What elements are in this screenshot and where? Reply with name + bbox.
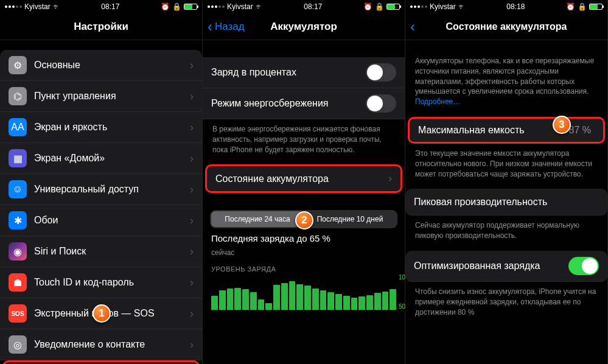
chart-bar (366, 295, 373, 310)
settings-display[interactable]: AAЭкран и яркость› (0, 112, 202, 143)
chart-bar (335, 294, 342, 310)
status-bar: Kyivstar ᯤ 08:17 ⏰ 🔒 (203, 0, 405, 13)
toggle-battery-percent[interactable] (366, 63, 396, 82)
last-charge-label: Последняя зарядка до 65 % (203, 228, 405, 248)
carrier-label: Kyivstar (227, 2, 253, 11)
carrier-label: Kyivstar (24, 2, 51, 11)
settings-battery[interactable]: ▬Аккумулятор› (2, 360, 200, 364)
chart-bar (211, 296, 218, 310)
settings-touchid[interactable]: ☗Touch ID и код-пароль› (0, 267, 202, 298)
row-label: Оптимизированная зарядка (414, 261, 568, 271)
back-button[interactable]: ‹ (410, 13, 415, 40)
step-badge-3: 3 (553, 116, 571, 134)
row-label: Пункт управления (34, 91, 190, 102)
lock-icon: 🔒 (172, 2, 181, 11)
chart-bar (258, 299, 265, 310)
settings-root-panel: Kyivstar ᯤ 08:17 ⏰ 🔒 Настройки ⚙Основные… (0, 0, 203, 364)
row-label: Обои (34, 215, 190, 226)
chart-bar (250, 292, 257, 310)
settings-siri[interactable]: ◉Siri и Поиск› (0, 236, 202, 267)
row-icon: ◉ (9, 242, 27, 261)
chart-bar (296, 284, 303, 310)
chevron-right-icon: › (190, 90, 194, 103)
carrier-label: Kyivstar (430, 2, 456, 11)
row-optimized-charging[interactable]: Оптимизированная зарядка (405, 251, 607, 282)
row-icon: ◎ (9, 335, 27, 354)
settings-accessibility[interactable]: ☺Универсальный доступ› (0, 174, 202, 205)
row-battery-percent[interactable]: Заряд в процентах (203, 57, 405, 88)
settings-wallpaper[interactable]: ✱Обои› (0, 205, 202, 236)
chevron-right-icon: › (190, 59, 194, 72)
battery-icon (386, 4, 400, 10)
row-icon: ✱ (9, 211, 27, 229)
signal-dots-icon (208, 5, 225, 8)
row-label: Максимальная емкость (418, 125, 569, 136)
row-label: Touch ID и код-пароль (34, 277, 190, 288)
row-label: Основные (34, 60, 190, 71)
row-low-power[interactable]: Режим энергосбережения (203, 88, 405, 119)
peak-footer: Сейчас аккумулятор поддерживает нормальн… (405, 215, 607, 251)
status-time: 08:18 (506, 2, 525, 11)
max-capacity-value: 87 % (569, 125, 591, 136)
chevron-right-icon: › (190, 307, 194, 320)
row-label: Заряд в процентах (211, 67, 366, 78)
segment-24h[interactable]: Последние 24 часа (211, 211, 304, 227)
status-time: 08:17 (101, 2, 119, 11)
chevron-right-icon: › (190, 245, 194, 258)
row-max-capacity[interactable]: Максимальная емкость 87 % (408, 117, 605, 144)
signal-dots-icon (410, 5, 427, 8)
toggle-optimized-charging[interactable] (568, 257, 599, 275)
chart-bar (327, 292, 334, 310)
segment-10d[interactable]: Последние 10 дней (304, 211, 396, 227)
chevron-left-icon: ‹ (410, 19, 415, 34)
wifi-icon: ᯤ (256, 2, 263, 11)
row-peak-performance[interactable]: Пиковая производительность (405, 189, 607, 215)
chart-bar (219, 290, 226, 310)
row-label: Экран и яркость (34, 122, 190, 133)
lock-icon: 🔒 (375, 2, 384, 11)
row-label: Экстренный вызов — SOS (34, 308, 190, 319)
wifi-icon: ᯤ (53, 2, 60, 11)
chevron-left-icon: ‹ (208, 19, 212, 34)
intro-text: Аккумуляторы телефона, как и все перезар… (405, 40, 607, 117)
chevron-right-icon: › (388, 172, 392, 185)
status-bar: Kyivstar ᯤ 08:17 ⏰ 🔒 (0, 0, 202, 13)
chart-bar (374, 293, 381, 310)
learn-more-link[interactable]: Подробнее… (415, 97, 460, 106)
chart-bar (382, 292, 389, 310)
settings-home-screen[interactable]: ▦Экран «Домой»› (0, 143, 202, 174)
chart-bar (227, 289, 234, 310)
nav-bar: ‹ Состояние аккумулятора (405, 13, 607, 40)
opt-footer: Чтобы снизить износ аккумулятора, iPhone… (405, 282, 607, 327)
battery-icon (184, 4, 197, 10)
row-label: Универсальный доступ (34, 184, 190, 195)
lock-icon: 🔒 (578, 2, 587, 11)
chart-bar (234, 288, 241, 310)
chart-bar (242, 289, 249, 310)
chart-bar (312, 289, 319, 310)
row-label: Состояние аккумулятора (215, 173, 388, 184)
settings-control-center[interactable]: ⌬Пункт управления› (0, 81, 202, 112)
row-label: Пиковая производительность (414, 197, 599, 208)
step-badge-1: 1 (93, 304, 111, 323)
page-title: Аккумулятор (270, 21, 337, 33)
chart-bar (281, 283, 288, 310)
chevron-right-icon: › (190, 152, 194, 165)
back-button[interactable]: ‹ Назад (208, 13, 245, 40)
chart-bar (390, 289, 396, 310)
row-icon: ☗ (9, 273, 27, 292)
row-icon: ☺ (9, 180, 27, 198)
wifi-icon: ᯤ (458, 2, 466, 11)
toggle-low-power[interactable] (366, 94, 396, 113)
chevron-right-icon: › (190, 276, 194, 289)
settings-general[interactable]: ⚙Основные› (0, 50, 202, 81)
charge-chart: 100 % 50 % (211, 274, 396, 310)
row-battery-health[interactable]: Состояние аккумулятора › (205, 164, 402, 193)
chevron-right-icon: › (190, 214, 194, 227)
row-icon: ⚙ (9, 56, 27, 74)
alarm-icon: ⏰ (566, 2, 575, 11)
step-badge-2: 2 (295, 211, 313, 229)
settings-exposure[interactable]: ◎Уведомление о контакте› (0, 329, 202, 360)
back-label: Назад (215, 21, 245, 33)
battery-panel: Kyivstar ᯤ 08:17 ⏰ 🔒 ‹ Назад Аккумулятор… (203, 0, 405, 364)
